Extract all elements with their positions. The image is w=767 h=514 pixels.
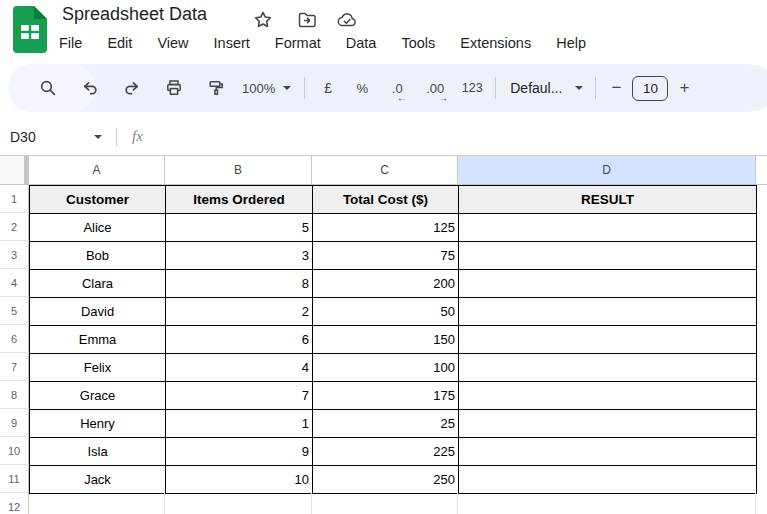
zoom-control[interactable]: 100% <box>242 72 291 104</box>
cell-A1[interactable]: Customer <box>30 186 166 214</box>
cell-C3[interactable]: 75 <box>313 242 459 270</box>
star-icon[interactable] <box>252 9 274 31</box>
cell-A4[interactable]: Clara <box>30 270 166 298</box>
cell-A2[interactable]: Alice <box>30 214 166 242</box>
cell-C1[interactable]: Total Cost ($) <box>313 186 459 214</box>
menu-file[interactable]: File <box>52 32 89 54</box>
font-family-value: Defaul... <box>510 80 562 96</box>
name-box[interactable]: D30 <box>10 129 102 145</box>
row-header-8[interactable]: 8 <box>0 381 29 409</box>
row-header-6[interactable]: 6 <box>0 325 29 353</box>
font-size-input[interactable]: 10 <box>632 72 668 104</box>
cell-D5[interactable] <box>459 298 757 326</box>
row-header-2[interactable]: 2 <box>0 213 29 241</box>
move-to-folder-icon[interactable] <box>296 9 318 31</box>
cell-D3[interactable] <box>459 242 757 270</box>
cell-D1[interactable]: RESULT <box>459 186 757 214</box>
cell-A3[interactable]: Bob <box>30 242 166 270</box>
cell-D6[interactable] <box>459 326 757 354</box>
cell-D4[interactable] <box>459 270 757 298</box>
cell-C11[interactable]: 250 <box>313 466 459 494</box>
font-family-selector[interactable]: Defaul... <box>510 72 583 104</box>
increase-decimal-button[interactable]: .00→ <box>423 72 447 104</box>
cell-D2[interactable] <box>459 214 757 242</box>
paint-format-icon[interactable] <box>207 72 225 104</box>
table-row: Grace7175 <box>30 382 757 410</box>
row-header-9[interactable]: 9 <box>0 409 29 437</box>
cell-B3[interactable]: 3 <box>166 242 313 270</box>
column-header-C[interactable]: C <box>312 156 458 185</box>
menu-help[interactable]: Help <box>549 32 593 54</box>
cell-B5[interactable]: 2 <box>166 298 313 326</box>
fx-icon[interactable]: fx <box>132 128 143 145</box>
cell-A7[interactable]: Felix <box>30 354 166 382</box>
cell-B1[interactable]: Items Ordered <box>166 186 313 214</box>
cell-B8[interactable]: 7 <box>166 382 313 410</box>
cell-C6[interactable]: 150 <box>313 326 459 354</box>
cell-C10[interactable]: 225 <box>313 438 459 466</box>
print-icon[interactable] <box>165 72 183 104</box>
row-header-4[interactable]: 4 <box>0 269 29 297</box>
menu-edit[interactable]: Edit <box>100 32 139 54</box>
menu-format[interactable]: Format <box>268 32 328 54</box>
menu-tools[interactable]: Tools <box>394 32 442 54</box>
cell-C2[interactable]: 125 <box>313 214 459 242</box>
cell-B2[interactable]: 5 <box>166 214 313 242</box>
gridline <box>457 493 458 514</box>
column-header-D[interactable]: D <box>458 156 756 185</box>
cell-B9[interactable]: 1 <box>166 410 313 438</box>
row-header-7[interactable]: 7 <box>0 353 29 381</box>
table-row: Emma6150 <box>30 326 757 354</box>
cell-A5[interactable]: David <box>30 298 166 326</box>
cell-C8[interactable]: 175 <box>313 382 459 410</box>
cell-A6[interactable]: Emma <box>30 326 166 354</box>
cell-A10[interactable]: Isla <box>30 438 166 466</box>
sheets-logo-icon[interactable] <box>13 6 47 53</box>
toolbar-divider <box>495 77 496 99</box>
menu-data[interactable]: Data <box>339 32 384 54</box>
cell-A9[interactable]: Henry <box>30 410 166 438</box>
column-header-A[interactable]: A <box>29 156 165 185</box>
search-icon[interactable] <box>39 72 57 104</box>
cell-A11[interactable]: Jack <box>30 466 166 494</box>
row-header-5[interactable]: 5 <box>0 297 29 325</box>
percent-format-button[interactable]: % <box>354 72 370 104</box>
cell-C9[interactable]: 25 <box>313 410 459 438</box>
cell-A8[interactable]: Grace <box>30 382 166 410</box>
menu-view[interactable]: View <box>150 32 195 54</box>
cell-B6[interactable]: 6 <box>166 326 313 354</box>
cell-B4[interactable]: 8 <box>166 270 313 298</box>
cell-D9[interactable] <box>459 410 757 438</box>
redo-icon[interactable] <box>123 72 141 104</box>
cell-B10[interactable]: 9 <box>166 438 313 466</box>
table-row: Alice5125 <box>30 214 757 242</box>
cell-B7[interactable]: 4 <box>166 354 313 382</box>
menu-insert[interactable]: Insert <box>207 32 257 54</box>
document-title[interactable]: Spreadsheet Data <box>62 4 207 25</box>
currency-format-button[interactable]: £ <box>320 72 336 104</box>
chevron-down-icon <box>575 86 583 90</box>
column-header-B[interactable]: B <box>165 156 312 185</box>
row-header-3[interactable]: 3 <box>0 241 29 269</box>
increase-font-size-button[interactable]: + <box>677 72 691 104</box>
row-header-10[interactable]: 10 <box>0 437 29 465</box>
row-header-1[interactable]: 1 <box>0 185 29 213</box>
cell-D11[interactable] <box>459 466 757 494</box>
more-formats-button[interactable]: 123 <box>460 72 484 104</box>
cell-B11[interactable]: 10 <box>166 466 313 494</box>
table-row: Henry125 <box>30 410 757 438</box>
cell-D8[interactable] <box>459 382 757 410</box>
cell-C5[interactable]: 50 <box>313 298 459 326</box>
row-header-11[interactable]: 11 <box>0 465 29 493</box>
decrease-decimal-button[interactable]: .0← <box>387 72 407 104</box>
decrease-font-size-button[interactable]: − <box>609 72 623 104</box>
cloud-saved-icon[interactable] <box>336 9 358 31</box>
row-header-12[interactable]: 12 <box>0 493 29 514</box>
cell-C7[interactable]: 100 <box>313 354 459 382</box>
menu-extensions[interactable]: Extensions <box>453 32 538 54</box>
select-all-corner[interactable] <box>0 156 29 185</box>
cell-D10[interactable] <box>459 438 757 466</box>
undo-icon[interactable] <box>81 72 99 104</box>
cell-D7[interactable] <box>459 354 757 382</box>
cell-C4[interactable]: 200 <box>313 270 459 298</box>
